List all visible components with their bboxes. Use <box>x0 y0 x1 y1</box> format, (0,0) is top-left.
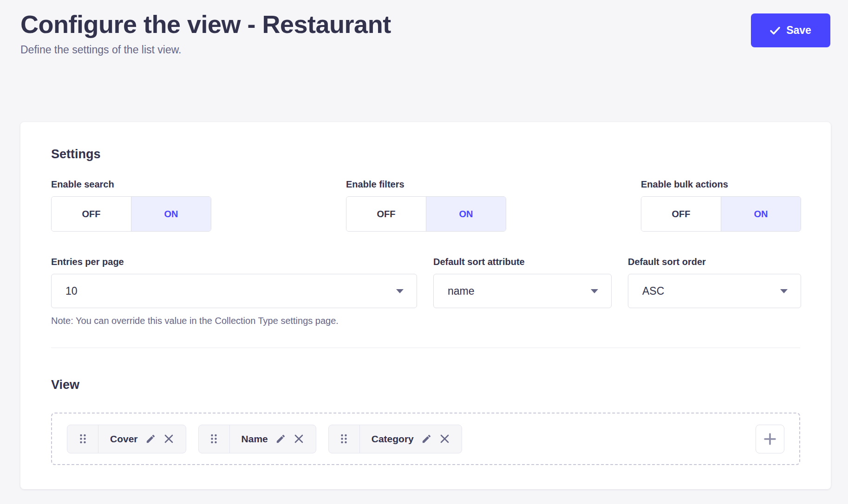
toggle-enable-search: OFF ON <box>51 196 211 232</box>
toggle-group-enable-search: Enable search OFF ON <box>51 179 211 232</box>
add-field-button[interactable] <box>756 425 784 453</box>
drag-handle-icon[interactable] <box>199 425 230 453</box>
toggle-enable-filters: OFF ON <box>346 196 506 232</box>
page-title: Configure the view - Restaurant <box>20 10 391 38</box>
toggle-off-option[interactable]: OFF <box>52 197 131 231</box>
settings-heading: Settings <box>51 147 800 162</box>
page-subtitle: Define the settings of the list view. <box>20 44 391 56</box>
field-default-sort-attribute: Default sort attribute name <box>433 257 612 308</box>
select-value: 10 <box>65 285 78 297</box>
toggle-enable-bulk-actions: OFF ON <box>641 196 801 232</box>
select-value: ASC <box>642 285 664 297</box>
chip-body: Category <box>360 425 462 453</box>
toggle-off-option[interactable]: OFF <box>346 197 426 231</box>
toggle-label: Enable filters <box>346 179 506 190</box>
selects-row: Entries per page 10 Default sort attribu… <box>51 257 800 308</box>
field-default-sort-order: Default sort order ASC <box>628 257 801 308</box>
chevron-down-icon <box>396 289 404 293</box>
plus-icon <box>763 432 777 446</box>
remove-x-icon[interactable] <box>294 433 304 444</box>
default-sort-order-select[interactable]: ASC <box>628 274 801 308</box>
view-heading: View <box>51 378 800 392</box>
select-label: Default sort attribute <box>433 257 612 267</box>
check-icon <box>770 26 780 35</box>
drag-handle-icon[interactable] <box>329 425 360 453</box>
settings-card: Settings Enable search OFF ON Enable fil… <box>20 122 831 489</box>
chip-body: Cover <box>98 425 186 453</box>
entries-per-page-select[interactable]: 10 <box>51 274 417 308</box>
remove-x-icon[interactable] <box>163 433 174 444</box>
field-chip-category[interactable]: Category <box>328 425 462 453</box>
select-value: name <box>448 285 475 297</box>
toggle-off-option[interactable]: OFF <box>641 197 721 231</box>
toggle-on-option[interactable]: ON <box>426 197 506 231</box>
toggle-group-enable-filters: Enable filters OFF ON <box>346 179 506 232</box>
edit-pencil-icon[interactable] <box>275 433 286 444</box>
default-sort-attribute-select[interactable]: name <box>433 274 612 308</box>
select-label: Default sort order <box>628 257 801 267</box>
field-chip-cover[interactable]: Cover <box>67 425 186 453</box>
chip-label: Category <box>372 433 414 445</box>
chip-body: Name <box>230 425 316 453</box>
toggles-row: Enable search OFF ON Enable filters OFF … <box>51 179 800 232</box>
chevron-down-icon <box>780 289 788 293</box>
field-entries-per-page: Entries per page 10 <box>51 257 417 308</box>
note-text: Note: You can override this value in the… <box>51 316 800 326</box>
save-button-label: Save <box>786 24 811 37</box>
toggle-group-enable-bulk-actions: Enable bulk actions OFF ON <box>641 179 801 232</box>
toggle-on-option[interactable]: ON <box>721 197 801 231</box>
toggle-label: Enable search <box>51 179 211 190</box>
toggle-on-option[interactable]: ON <box>131 197 211 231</box>
field-drop-zone: Cover <box>51 413 800 465</box>
remove-x-icon[interactable] <box>439 433 450 444</box>
select-label: Entries per page <box>51 257 417 267</box>
chip-label: Name <box>241 433 268 445</box>
field-chip-name[interactable]: Name <box>198 425 316 453</box>
section-divider <box>51 348 800 348</box>
drag-handle-icon[interactable] <box>67 425 98 453</box>
edit-pencil-icon[interactable] <box>421 433 432 444</box>
edit-pencil-icon[interactable] <box>145 433 156 444</box>
chevron-down-icon <box>591 289 598 293</box>
page-header: Configure the view - Restaurant Define t… <box>20 10 391 56</box>
toggle-label: Enable bulk actions <box>641 179 801 190</box>
chip-label: Cover <box>110 433 138 445</box>
save-button[interactable]: Save <box>751 13 830 47</box>
